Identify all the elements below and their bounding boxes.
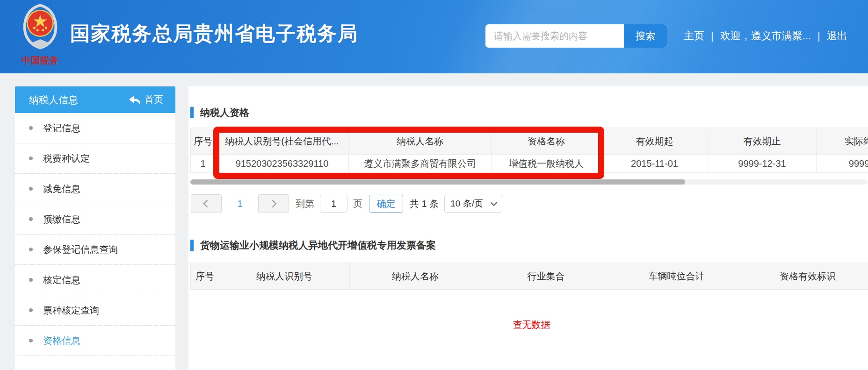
- sidebar-item-登记信息[interactable]: 登记信息: [15, 113, 175, 143]
- bullet-icon: [29, 339, 33, 342]
- column-header: 序号: [191, 128, 216, 154]
- chevron-down-icon: [491, 199, 497, 206]
- sidebar-item-label: 登记信息: [43, 122, 80, 135]
- table-cell: 1: [191, 155, 216, 172]
- sidebar-item-label: 税费种认定: [43, 152, 90, 165]
- sidebar-item-label: 减免信息: [43, 183, 80, 195]
- bullet-icon: [29, 217, 33, 221]
- nav-logout[interactable]: 退出: [827, 30, 847, 42]
- search-button[interactable]: 搜索: [624, 24, 667, 48]
- nav-separator: |: [711, 30, 714, 42]
- table-header-row: 序号纳税人识别号(社会信用代...纳税人名称资格名称有效期起有效期止实际终止日期: [190, 128, 868, 155]
- sidebar: 纳税人信息 首页 登记信息税费种认定减免信息预缴信息参保登记信息查询核定信息票种…: [15, 86, 175, 370]
- next-page-button[interactable]: [258, 194, 289, 213]
- sidebar-item-label: 参保登记信息查询: [43, 243, 118, 256]
- bullet-icon: [29, 187, 33, 191]
- sidebar-item-参保登记信息查询[interactable]: 参保登记信息查询: [15, 235, 175, 265]
- confirm-button[interactable]: 确定: [369, 195, 403, 213]
- home-link[interactable]: 首页: [129, 93, 163, 106]
- section-title-text: 货物运输业小规模纳税人异地代开增值税专用发票备案: [200, 239, 436, 252]
- national-emblem-icon: [19, 2, 62, 53]
- empty-table-body: 查无数据: [190, 290, 868, 360]
- sidebar-item-label: 预缴信息: [43, 213, 80, 226]
- goto-suffix-label: 页: [353, 198, 362, 210]
- bullet-icon: [29, 278, 33, 282]
- table-row: 1915203023563329110遵义市满聚多商贸有限公司增值税一般纳税人2…: [190, 155, 868, 173]
- sidebar-item-label: 票种核定查询: [43, 304, 99, 317]
- total-count-label: 共 1 条: [410, 198, 439, 210]
- sidebar-item-减免信息[interactable]: 减免信息: [15, 174, 175, 204]
- table-cell: 增值税一般纳税人: [492, 155, 601, 172]
- column-header: 序号: [191, 263, 219, 289]
- page-size-select[interactable]: 10 条/页: [444, 195, 502, 213]
- table-cell: 9999-12-31: [817, 155, 868, 172]
- bullet-icon: [29, 248, 33, 251]
- qualification-table: 序号纳税人识别号(社会信用代...纳税人名称资格名称有效期起有效期止实际终止日期…: [190, 128, 868, 173]
- tax-bureau-logo: 中国税务: [12, 2, 68, 67]
- table-cell: 9999-12-31: [708, 155, 817, 172]
- prev-page-button[interactable]: [191, 194, 222, 213]
- freight-record-table: 序号纳税人识别号纳税人名称行业集合车辆吨位合计资格有效标识查无数据: [190, 263, 868, 360]
- main-panel: 纳税人资格 序号纳税人识别号(社会信用代...纳税人名称资格名称有效期起有效期止…: [188, 86, 868, 370]
- column-header: 实际终止日期: [817, 128, 868, 154]
- column-header: 纳税人识别号: [219, 263, 350, 289]
- section-title-taxpayer-qualification: 纳税人资格: [190, 106, 249, 119]
- table-cell: 915203023563329110: [216, 155, 349, 172]
- search-input[interactable]: [485, 24, 625, 48]
- search-box: 搜索: [485, 24, 667, 48]
- column-header: 有效期起: [601, 128, 708, 154]
- horizontal-scrollbar[interactable]: [190, 179, 868, 185]
- nav-home[interactable]: 主页: [684, 30, 704, 42]
- site-title: 国家税务总局贵州省电子税务局: [70, 21, 358, 47]
- sidebar-item-票种核定查询[interactable]: 票种核定查询: [15, 295, 175, 326]
- sidebar-item-label: 核定信息: [43, 274, 80, 286]
- nav-welcome-user[interactable]: 欢迎，遵义市满聚...: [720, 30, 811, 42]
- column-header: 有效期止: [708, 128, 817, 154]
- page-number-input[interactable]: [320, 195, 347, 213]
- column-header: 资格有效标识: [742, 263, 868, 289]
- title-accent-bar: [190, 240, 194, 251]
- no-data-message: 查无数据: [513, 319, 550, 331]
- header-nav: 主页|欢迎，遵义市满聚...|退出: [684, 24, 847, 48]
- pagination: 1 到第 页 确定 共 1 条 10 条/页: [191, 194, 502, 213]
- bullet-icon: [29, 157, 33, 160]
- column-header: 行业集合: [481, 263, 611, 289]
- page: 中国税务 国家税务总局贵州省电子税务局 搜索 主页|欢迎，遵义市满聚...|退出…: [0, 0, 868, 370]
- title-accent-bar: [190, 107, 194, 118]
- scrollbar-thumb[interactable]: [190, 179, 685, 185]
- section-title-text: 纳税人资格: [200, 106, 249, 119]
- column-header: 纳税人名称: [350, 263, 481, 289]
- sidebar-item-预缴信息[interactable]: 预缴信息: [15, 204, 175, 235]
- back-arrow-icon: [129, 95, 141, 105]
- column-header: 纳税人名称: [349, 128, 492, 154]
- page-size-value: 10 条/页: [450, 198, 483, 210]
- column-header: 资格名称: [492, 128, 601, 154]
- bullet-icon: [29, 308, 33, 312]
- sidebar-item-税费种认定[interactable]: 税费种认定: [15, 143, 175, 174]
- table-cell: 遵义市满聚多商贸有限公司: [349, 155, 492, 172]
- sidebar-header: 纳税人信息 首页: [15, 86, 175, 113]
- sidebar-title: 纳税人信息: [29, 93, 129, 107]
- nav-separator: |: [817, 30, 820, 42]
- home-link-label: 首页: [145, 93, 163, 106]
- sidebar-item-资格信息[interactable]: 资格信息: [15, 326, 175, 356]
- table-cell: 2015-11-01: [601, 155, 708, 172]
- table-header-row: 序号纳税人识别号纳税人名称行业集合车辆吨位合计资格有效标识: [190, 263, 868, 290]
- section-title-freight-record: 货物运输业小规模纳税人异地代开增值税专用发票备案: [190, 239, 436, 252]
- current-page[interactable]: 1: [222, 199, 258, 209]
- column-header: 纳税人识别号(社会信用代...: [216, 128, 349, 154]
- chevron-left-icon: [203, 200, 211, 208]
- sidebar-item-label: 资格信息: [43, 334, 80, 347]
- column-header: 车辆吨位合计: [611, 263, 742, 289]
- goto-prefix-label: 到第: [296, 198, 314, 210]
- site-header: 中国税务 国家税务总局贵州省电子税务局 搜索 主页|欢迎，遵义市满聚...|退出: [0, 0, 868, 73]
- sidebar-item-核定信息[interactable]: 核定信息: [15, 265, 175, 295]
- chevron-right-icon: [269, 200, 277, 208]
- bullet-icon: [29, 126, 33, 130]
- logo-caption: 中国税务: [12, 54, 69, 67]
